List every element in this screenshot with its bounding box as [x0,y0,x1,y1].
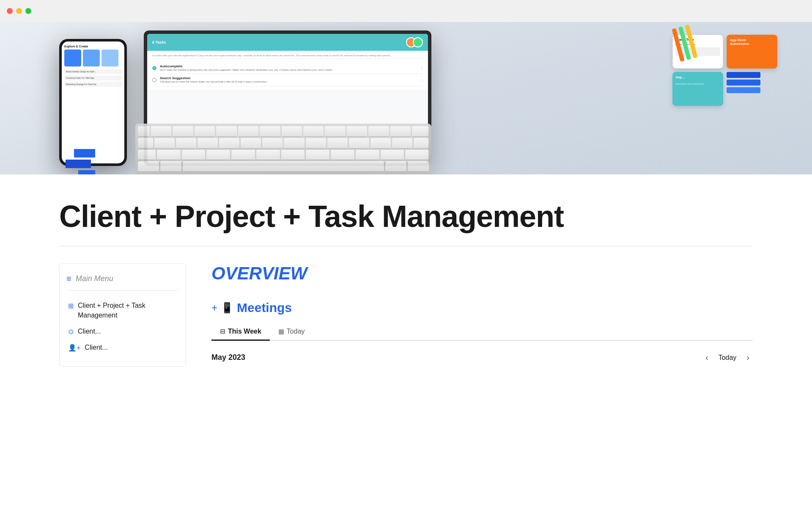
calendar-week-icon: ⊟ [220,328,225,335]
page-title: Client + Project + Task Management [59,174,753,246]
hero-card-orange: App StoreSubmission [727,35,777,69]
tablet-row: Autocomplete Don't make the mistake of g… [152,62,423,74]
hero-card-stack [727,72,760,106]
sidebar-item-main[interactable]: ⊞ Client + Project + Task Management [66,298,179,323]
sidebar-separator [66,290,179,291]
content-layout: ≡ Main Menu ⊞ Client + Project + Task Ma… [59,263,753,373]
tab-today[interactable]: ▦ Today [270,323,313,341]
hero-phone-mockup: Explore & Create Brand Identity Design f… [59,39,127,166]
calendar-today-icon: ▦ [278,328,284,335]
hamburger-icon: ≡ [66,274,71,284]
grid-icon: ⊞ [68,302,74,310]
sidebar-item-label: Client... [78,327,101,336]
sidebar: ≡ Main Menu ⊞ Client + Project + Task Ma… [59,263,186,367]
add-icon[interactable]: + [211,302,217,314]
section-header: + 📱 Meetings [211,301,753,315]
user-plus-icon: 👤+ [68,344,80,352]
hero-card-teal: Imp... Maximize your keywords... [672,72,723,106]
sidebar-item-label: Client + Project + Task Management [78,301,177,320]
user-circle-icon: ⊙ [68,328,74,336]
hero-phone-item: Brand Identity Design for Alphi... [64,69,122,74]
tab-today-label: Today [287,328,305,335]
meetings-title: Meetings [237,301,292,315]
titlebar [0,0,812,22]
sidebar-item-client[interactable]: ⊙ Client... [66,323,179,340]
tab-this-week[interactable]: ⊟ This Week [211,323,270,341]
calendar-strip: May 2023 ‹ Today › [211,351,753,364]
radio-button [152,66,156,70]
meetings-section: + 📱 Meetings ⊟ This Week ▦ Today [211,301,753,364]
hero-phone-header: Explore & Create [64,45,122,48]
overview-title: OVERVIEW [211,263,753,284]
close-button[interactable] [7,8,13,14]
tablet-top-bar: 6 Tasks [147,34,428,51]
main-panel: OVERVIEW + 📱 Meetings ⊟ This Week ▦ [211,263,753,373]
calendar-nav: ‹ Today › [702,351,753,364]
radio-button [152,78,156,82]
hero-keyboard [135,124,431,174]
minimize-button[interactable] [16,8,22,14]
hero-section: Explore & Create Brand Identity Design f… [0,22,812,174]
tablet-row: Search Suggestion This goes just to make… [152,74,423,86]
meetings-tabs: ⊟ This Week ▦ Today [211,323,753,341]
hero-phone-screen: Explore & Create Brand Identity Design f… [62,41,124,163]
today-button[interactable]: Today [719,354,737,362]
prev-arrow[interactable]: ‹ [702,351,712,364]
tab-this-week-label: This Week [228,328,261,335]
sidebar-title: Main Menu [76,274,113,283]
meetings-emoji: 📱 [221,302,233,314]
calendar-month: May 2023 [211,353,245,362]
next-arrow[interactable]: › [743,351,753,364]
tablet-content: Is it hard with your favorite applicatio… [147,51,428,90]
sidebar-item-label: Client... [85,343,107,352]
page-divider [59,246,753,246]
sidebar-header: ≡ Main Menu [66,274,179,284]
sidebar-item-client-plus[interactable]: 👤+ Client... [66,340,179,356]
fullscreen-button[interactable] [25,8,31,14]
hero-phone-item: Functional Spec For Web App [64,75,122,80]
main-content: Client + Project + Task Management ≡ Mai… [0,174,812,373]
hero-phone-item: Marketing Strategy For Paid Ads [64,82,122,87]
